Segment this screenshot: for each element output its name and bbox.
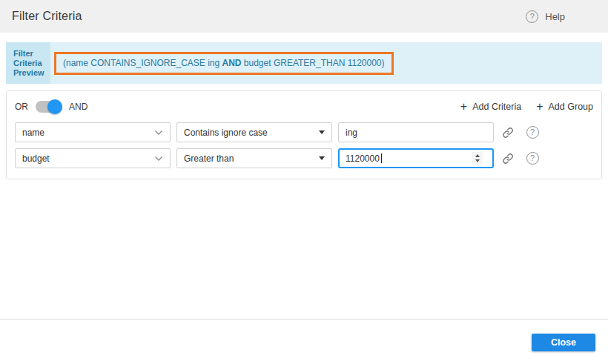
link-icon[interactable] — [500, 125, 516, 141]
filter-builder-panel: OR AND + Add Criteria + Add Group name — [6, 90, 602, 179]
chevron-down-icon — [154, 156, 163, 162]
field-select[interactable]: name — [15, 122, 171, 142]
close-button[interactable]: Close — [532, 334, 595, 351]
number-input-focused — [338, 148, 494, 168]
or-and-toggle[interactable] — [35, 99, 62, 114]
add-criteria-button[interactable]: + Add Criteria — [460, 101, 521, 113]
page-title: Filter Criteria — [12, 10, 82, 23]
add-criteria-label: Add Criteria — [472, 102, 521, 112]
value-input[interactable] — [338, 122, 494, 142]
add-actions: + Add Criteria + Add Group — [460, 101, 593, 113]
expression-text: budget GREATER_THAN 1120000) — [242, 58, 385, 68]
preview-expression-highlight: (name CONTAINS_IGNORE_CASE ing AND budge… — [54, 52, 394, 75]
expression-and-operator: AND — [222, 58, 242, 68]
or-label: OR — [15, 102, 28, 112]
field-select-value: name — [22, 128, 44, 138]
and-label: AND — [69, 102, 87, 112]
help-button[interactable]: ? Help — [526, 10, 565, 23]
criteria-help-icon[interactable]: ? — [524, 150, 541, 167]
filter-criteria-preview-bar: Filter Criteria Preview (name CONTAINS_I… — [6, 42, 602, 84]
field-select[interactable]: budget — [15, 148, 171, 168]
toggle-knob — [47, 99, 62, 114]
spinner-up-arrow — [475, 154, 480, 157]
help-glyph: ? — [530, 154, 535, 162]
help-circle-icon: ? — [526, 126, 539, 139]
dropdown-arrow-icon — [319, 156, 325, 160]
criteria-row: name Contains ignore case ? — [15, 122, 593, 142]
preview-content: (name CONTAINS_IGNORE_CASE ing AND budge… — [50, 42, 602, 84]
help-circle-icon: ? — [526, 152, 539, 165]
help-glyph: ? — [530, 13, 535, 21]
conjunction-toggle-group: OR AND — [15, 99, 87, 114]
dialog-footer: Close — [0, 319, 608, 364]
operator-select-value: Greater than — [184, 153, 234, 164]
number-spinner-icon[interactable] — [472, 152, 483, 165]
preview-label: Filter Criteria Preview — [6, 42, 50, 84]
text-caret — [381, 153, 382, 163]
dialog-header: Filter Criteria ? Help — [0, 0, 608, 33]
operator-select-value: Contains ignore case — [184, 128, 268, 138]
criteria-row: budget Greater than ? — [15, 148, 593, 168]
add-group-button[interactable]: + Add Group — [536, 101, 593, 113]
add-group-label: Add Group — [549, 102, 593, 112]
plus-icon: + — [460, 101, 467, 113]
criteria-help-icon[interactable]: ? — [524, 125, 541, 141]
link-icon[interactable] — [500, 150, 516, 167]
value-number-input[interactable] — [340, 150, 492, 167]
field-select-value: budget — [22, 153, 50, 164]
help-glyph: ? — [530, 128, 535, 136]
plus-icon: + — [536, 101, 543, 113]
help-circle-icon: ? — [526, 10, 538, 23]
builder-toolbar: OR AND + Add Criteria + Add Group — [15, 99, 593, 115]
expression-text: (name CONTAINS_IGNORE_CASE ing — [63, 58, 222, 68]
chevron-down-icon — [154, 130, 163, 136]
operator-select[interactable]: Contains ignore case — [176, 122, 332, 142]
operator-select[interactable]: Greater than — [176, 148, 332, 168]
help-label: Help — [545, 11, 565, 22]
dropdown-arrow-icon — [319, 130, 325, 134]
spinner-down-arrow — [475, 159, 480, 162]
